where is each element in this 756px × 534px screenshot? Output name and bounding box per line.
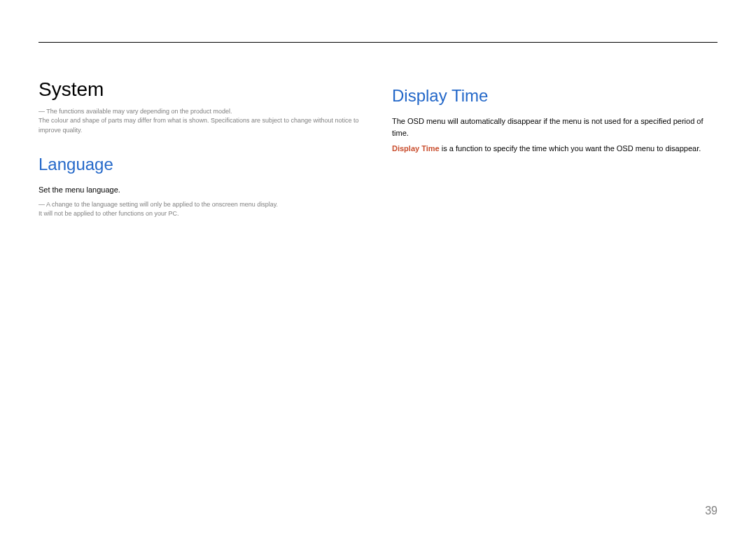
display-time-heading: Display Time	[392, 86, 718, 106]
display-time-body-1: The OSD menu will automatically disappea…	[392, 115, 718, 139]
chapter-note-1: ― The functions available may vary depen…	[38, 107, 364, 117]
language-note-line1: A change to the language setting will on…	[46, 201, 278, 208]
note-dash: ―	[38, 108, 45, 115]
display-time-body-2: Display Time is a function to specify th…	[392, 143, 718, 155]
language-heading: Language	[38, 155, 364, 174]
left-column: System ― The functions available may var…	[38, 78, 364, 219]
language-body: Set the menu language.	[38, 184, 364, 196]
note-dash: ―	[38, 201, 45, 208]
chapter-notes: ― The functions available may vary depen…	[38, 107, 364, 136]
header-divider	[38, 42, 718, 43]
display-time-suffix: is a function to specify the time which …	[440, 144, 701, 153]
content-columns: System ― The functions available may var…	[38, 78, 718, 219]
language-note: ― A change to the language setting will …	[38, 200, 364, 219]
note-text: The functions available may vary dependi…	[46, 108, 232, 115]
page-number: 39	[705, 505, 718, 517]
display-time-highlight: Display Time	[392, 144, 440, 153]
language-note-line2: It will not be applied to other function…	[38, 209, 364, 219]
chapter-note-2: The colour and shape of parts may differ…	[38, 116, 364, 135]
chapter-title: System	[38, 78, 364, 101]
right-column: Display Time The OSD menu will automatic…	[392, 78, 718, 219]
